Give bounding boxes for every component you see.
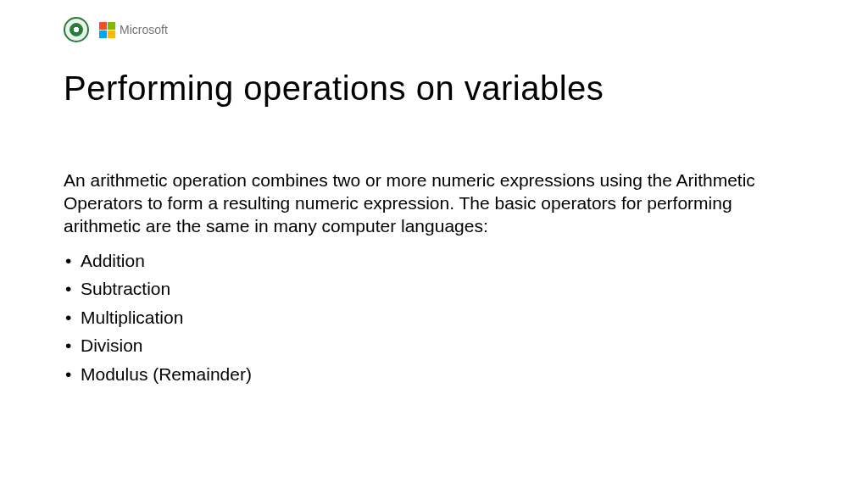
slide-body: An arithmetic operation combines two or … (64, 169, 804, 389)
list-item: Modulus (Remainder) (64, 360, 804, 389)
slide-title: Performing operations on variables (64, 69, 604, 108)
microsoft-squares-icon (99, 22, 115, 38)
list-item: Addition (64, 247, 804, 275)
list-item: Division (64, 331, 804, 360)
header-logos: Microsoft (64, 17, 168, 42)
operators-list: Addition Subtraction Multiplication Divi… (64, 247, 804, 389)
list-item: Subtraction (64, 274, 804, 303)
microsoft-label: Microsoft (120, 23, 168, 36)
institution-seal-icon (64, 17, 89, 42)
list-item: Multiplication (64, 303, 804, 332)
microsoft-logo: Microsoft (99, 22, 168, 38)
intro-paragraph: An arithmetic operation combines two or … (64, 169, 804, 238)
